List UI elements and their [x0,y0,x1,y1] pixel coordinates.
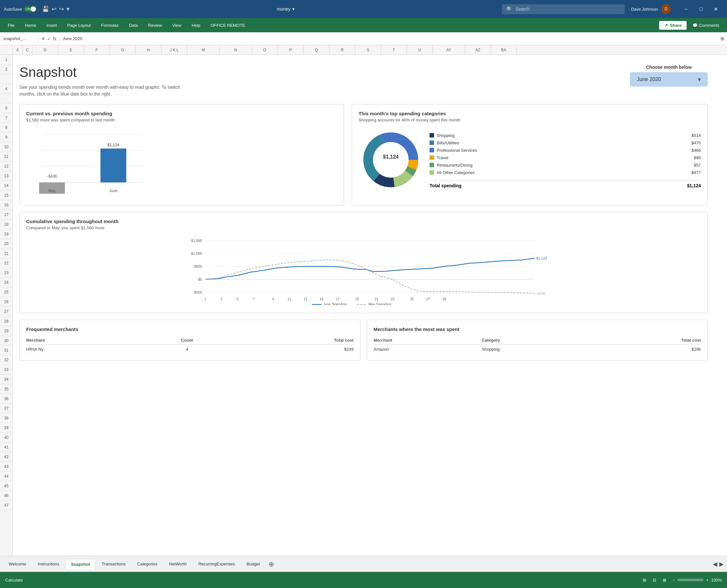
row-20: 20 [0,239,13,249]
avatar[interactable]: D [661,4,671,14]
svg-text:$500: $500 [194,265,202,268]
restore-button[interactable]: □ [693,4,708,14]
undo-icon[interactable]: ↩ [52,5,57,13]
menu-data[interactable]: Data [124,21,142,30]
legend-color-other [430,170,434,175]
legend-value-other: -$477 [690,170,701,175]
document-name: money [277,6,290,12]
legend-row-bills: Bills/Utilities $475 [430,141,701,145]
most-spent-header-row: Merchant Category Total cost [374,336,701,345]
cumulative-title: Cumulative spending throughout month [26,218,701,224]
autosave-state: ON [25,7,31,11]
menu-help[interactable]: Help [187,21,205,30]
menu-page-layout[interactable]: Page Layout [63,21,95,30]
row-39: 39 [0,423,13,433]
row-30: 30 [0,336,13,345]
avatar-initial: D [665,7,668,11]
svg-text:9: 9 [272,297,274,301]
legend-name-other: All Other Categories [437,170,687,175]
comments-button[interactable]: 💬 Comments [688,21,724,30]
donut-chart-title: This month's top spending categories [358,111,701,116]
svg-text:$1,500: $1,500 [191,239,202,243]
search-bar[interactable]: 🔍 [502,4,625,14]
col-E: F [84,45,110,55]
menu-file[interactable]: File [3,21,19,30]
cumulative-chart-box: Cumulative spending throughout month Com… [19,212,708,313]
share-button[interactable]: ↗ Share [659,21,687,30]
row-32: 32 [0,355,13,365]
legend-row-restaurants: Restaurants/Dining $57 [430,163,701,168]
page-header: Snapshot See your spending trends month … [19,65,708,98]
menu-bar: File Home Insert Page Layout Formulas Da… [0,18,727,32]
view-preview-icon[interactable]: ⊠ [663,578,666,583]
sheet-nav-left[interactable]: ◀ [713,561,717,568]
menu-formulas[interactable]: Formulas [97,21,123,30]
total-value: $1,124 [687,183,701,188]
formula-input[interactable] [59,36,718,41]
svg-text:May: May [48,189,56,193]
sheet-tabs: Welcome Instructions Snapshot Transactio… [0,556,727,572]
tab-instructions[interactable]: Instructions [32,559,65,569]
tab-recurring[interactable]: RecurringExpenses [193,559,240,569]
tab-budget[interactable]: Budget [241,559,266,569]
sheet-nav-right[interactable]: ▶ [719,561,724,568]
zoom-in-button[interactable]: + [706,578,709,583]
tab-snapshot[interactable]: Snapshot [65,559,95,570]
header-right: Choose month below June 2020 ▾ [630,65,708,86]
most-merchant-0: Amazon [374,345,482,354]
svg-text:5: 5 [237,297,239,301]
row-4: 4 [0,84,13,93]
add-sheet-button[interactable]: ⊕ [266,559,277,569]
dropdown-icon[interactable]: ▾ [66,5,69,13]
menu-office-remote[interactable]: OFFICE REMOTE [206,21,250,30]
row-numbers: 1 2 4 6 7 8 9 10 11 12 13 14 15 16 17 18… [0,55,13,556]
svg-text:23: 23 [391,297,395,301]
row-14: 14 [0,181,13,190]
confirm-formula-icon[interactable]: ✓ [47,36,51,41]
menu-home[interactable]: Home [20,21,41,30]
most-spent-box: Merchants where the most was spent Merch… [367,320,708,361]
zoom-out-button[interactable]: − [673,578,675,583]
tab-networth[interactable]: NetWorth [163,559,192,569]
tab-categories[interactable]: Categories [132,559,163,569]
freq-count-0: 4 [148,345,226,354]
svg-text:27: 27 [426,297,430,301]
menu-insert[interactable]: Insert [42,21,62,30]
redo-icon[interactable]: ↪ [59,5,64,13]
name-box[interactable]: snapshot_... [0,36,39,41]
zoom-slider[interactable] [678,579,703,581]
row-43: 43 [0,462,13,471]
donut-chart-svg: $1,124 [358,128,423,192]
svg-text:$0: $0 [198,277,202,281]
tab-welcome[interactable]: Welcome [3,559,32,569]
minimize-button[interactable]: – [679,4,693,14]
month-select-dropdown[interactable]: June 2020 ▾ [630,72,708,86]
legend-name-professional: Professional Services [437,148,689,153]
charts-row-1: Current vs. previous month spending $1,5… [19,104,708,205]
sheet-expand-icon[interactable]: ⊕ [718,36,727,42]
view-page-icon[interactable]: ⊟ [653,578,656,583]
user-area: Dave Johnson D [631,4,671,14]
menu-view[interactable]: View [168,21,186,30]
search-input[interactable] [516,6,620,12]
chart-legend: Shopping $514 Bills/Utilities $475 Profe… [430,128,701,193]
close-button[interactable]: ✕ [708,4,723,14]
doc-dropdown-icon[interactable]: ▾ [292,6,294,12]
month-chooser: Choose month below June 2020 ▾ [630,65,708,86]
autosave-toggle[interactable]: ON [24,6,37,12]
bar-chart-box: Current vs. previous month spending $1,5… [19,104,344,205]
tab-transactions[interactable]: Transactions [96,559,131,569]
legend-row-shopping: Shopping $514 [430,133,701,138]
row-25: 25 [0,287,13,297]
save-icon[interactable]: 💾 [42,5,49,13]
donut-svg-wrapper: $1,124 [358,128,423,193]
cancel-formula-icon[interactable]: ✕ [41,36,45,41]
legend-row-travel: Travel $90 [430,155,701,160]
insert-function-icon[interactable]: fx [53,36,57,41]
row-36: 36 [0,394,13,404]
frequented-header-row: Merchant Count Total cost [26,336,354,345]
row-3 [0,74,13,84]
row-46: 46 [0,491,13,501]
view-normal-icon[interactable]: ⊞ [643,578,646,583]
menu-review[interactable]: Review [144,21,167,30]
